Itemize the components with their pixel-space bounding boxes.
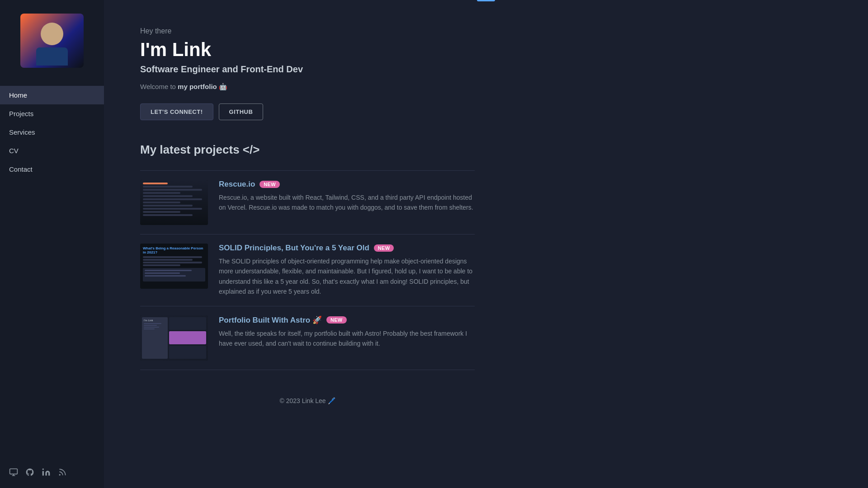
project-item-solid: What's Being a Reasonable Person in 2021… xyxy=(140,234,475,306)
projects-section: My latest projects </> xyxy=(140,143,475,370)
hero-name: I'm Link xyxy=(140,39,475,61)
greeting-text: Hey there xyxy=(140,27,475,35)
solid-line-3 xyxy=(143,262,202,263)
project-desc-astro: Well, the title speaks for itself, my po… xyxy=(219,328,475,349)
thumb-line-4 xyxy=(143,192,180,194)
svg-rect-0 xyxy=(10,469,18,474)
project-title-row-astro: Portfolio Built With Astro 🚀 NEW xyxy=(219,315,475,325)
a3 xyxy=(144,327,159,328)
svg-point-3 xyxy=(42,469,44,470)
top-indicator xyxy=(104,0,868,1)
sidebar-item-contact[interactable]: Contact xyxy=(0,160,104,178)
monitor-icon[interactable] xyxy=(9,468,18,479)
astro-thumb-right xyxy=(169,317,206,359)
project-title-astro[interactable]: Portfolio Built With Astro 🚀 xyxy=(219,315,322,325)
thumb-line-6 xyxy=(143,198,202,200)
project-info-rescue: Rescue.io NEW Rescue.io, a website built… xyxy=(219,180,475,213)
github-button[interactable]: GITHUB xyxy=(219,103,264,120)
thumb-line-11 xyxy=(143,214,193,216)
sidebar-item-projects[interactable]: Projects xyxy=(0,104,104,123)
astro-block-3 xyxy=(169,346,206,359)
a2 xyxy=(144,325,157,326)
thumb-line-9 xyxy=(143,208,202,210)
project-thumbnail-solid: What's Being a Reasonable Person in 2021… xyxy=(140,244,208,289)
project-desc-solid: The SOLID principles of object-oriented … xyxy=(219,256,475,297)
project-info-solid: SOLID Principles, But You're a 5 Year Ol… xyxy=(219,244,475,297)
thumb-line-2 xyxy=(143,186,193,188)
person-head xyxy=(41,23,63,45)
avatar-container xyxy=(0,5,104,77)
project-info-astro: Portfolio Built With Astro 🚀 NEW Well, t… xyxy=(219,315,475,349)
github-icon[interactable] xyxy=(25,468,34,479)
project-title-row-rescue: Rescue.io NEW xyxy=(219,180,475,189)
main-content: Hey there I'm Link Software Engineer and… xyxy=(104,0,511,488)
solid-line-1 xyxy=(143,256,202,258)
top-indicator-bar xyxy=(477,0,495,1)
project-badge-solid: NEW xyxy=(374,244,394,252)
solid-code-line-1 xyxy=(145,270,192,271)
a1 xyxy=(144,323,161,324)
person-body xyxy=(36,47,68,66)
project-item-astro: I'm Link xyxy=(140,306,475,370)
project-thumbnail-rescue xyxy=(140,180,208,225)
project-desc-rescue: Rescue.io, a website built with React, T… xyxy=(219,192,475,213)
solid-line-2 xyxy=(143,259,193,261)
project-title-rescue[interactable]: Rescue.io xyxy=(219,180,255,189)
astro-thumb-left: I'm Link xyxy=(142,317,168,359)
projects-heading: My latest projects </> xyxy=(140,143,475,157)
welcome-text: Welcome to my portfolio 🤖 xyxy=(140,83,475,91)
project-badge-astro: NEW xyxy=(326,316,347,324)
hero-section: Hey there I'm Link Software Engineer and… xyxy=(140,27,475,120)
footer: © 2023 Link Lee 🖊️ xyxy=(140,397,475,413)
project-item-rescue: Rescue.io NEW Rescue.io, a website built… xyxy=(140,170,475,234)
thumb-line-10 xyxy=(143,211,180,213)
sidebar-item-services[interactable]: Services xyxy=(0,123,104,141)
rescue-thumbnail-content xyxy=(140,180,208,225)
welcome-prefix: Welcome to xyxy=(140,83,178,90)
welcome-bold: my portfolio xyxy=(178,83,217,90)
welcome-emoji: 🤖 xyxy=(219,83,227,90)
linkedin-icon[interactable] xyxy=(42,468,51,479)
astro-thumbnail-content: I'm Link xyxy=(140,315,208,361)
sidebar: Home Projects Services CV Contact xyxy=(0,0,104,488)
project-badge-rescue: NEW xyxy=(259,181,280,188)
nav-menu: Home Projects Services CV Contact xyxy=(0,86,104,459)
thumb-line-8 xyxy=(143,205,193,206)
avatar xyxy=(20,14,84,68)
astro-block-2 xyxy=(169,331,206,344)
astro-block-1 xyxy=(169,317,206,330)
thumb-line-3 xyxy=(143,189,202,191)
project-thumbnail-astro: I'm Link xyxy=(140,315,208,361)
thumb-line-7 xyxy=(143,202,180,203)
avatar-face xyxy=(20,14,84,68)
solid-thumbnail-content: What's Being a Reasonable Person in 2021… xyxy=(140,244,208,289)
solid-line-4 xyxy=(143,264,180,266)
connect-button[interactable]: LET'S CONNECT! xyxy=(140,103,213,120)
project-title-solid[interactable]: SOLID Principles, But You're a 5 Year Ol… xyxy=(219,244,369,253)
action-buttons: LET'S CONNECT! GITHUB xyxy=(140,103,475,120)
solid-code-line-3 xyxy=(145,275,186,277)
sidebar-bottom xyxy=(0,459,104,488)
thumb-line-1 xyxy=(143,183,168,184)
sidebar-item-home[interactable]: Home xyxy=(0,86,104,104)
solid-code-line-2 xyxy=(145,272,180,274)
rss-icon[interactable] xyxy=(58,468,67,479)
footer-text: © 2023 Link Lee 🖊️ xyxy=(279,397,335,404)
project-list: Rescue.io NEW Rescue.io, a website built… xyxy=(140,170,475,370)
svg-point-4 xyxy=(59,474,60,475)
solid-code-block xyxy=(143,268,205,282)
sidebar-item-cv[interactable]: CV xyxy=(0,141,104,160)
thumb-line-5 xyxy=(143,195,193,197)
a4 xyxy=(144,328,155,329)
project-title-row-solid: SOLID Principles, But You're a 5 Year Ol… xyxy=(219,244,475,253)
hero-subtitle: Software Engineer and Front-End Dev xyxy=(140,64,475,75)
